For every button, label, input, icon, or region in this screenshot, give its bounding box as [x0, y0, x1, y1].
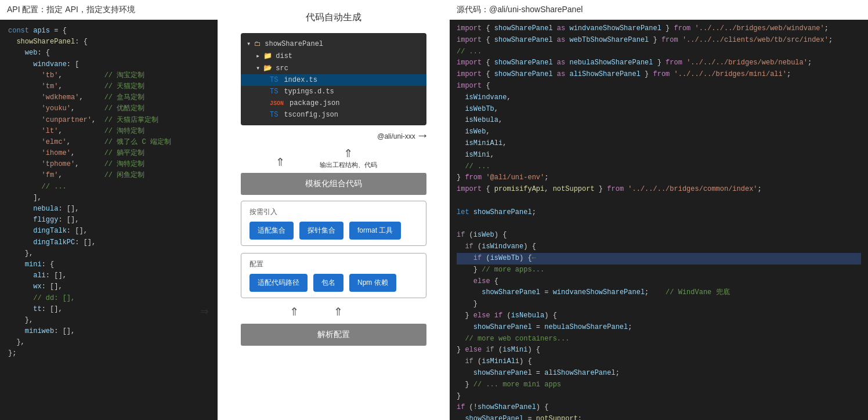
folder-icon: 🗀 — [254, 39, 261, 48]
file-tree-label: showSharePanel — [265, 40, 323, 48]
file-tree-box: ▾ 🗀 showSharePanel ▸ 📁 dist ▾ 📂 src TS i… — [241, 33, 426, 125]
on-demand-btn-row: 适配集合 探针集合 format 工具 — [249, 222, 418, 240]
main-container: API 配置：指定 API，指定支持环境 const apis = { show… — [0, 0, 868, 420]
up-arrow-icon-left: ⇑ — [276, 154, 285, 169]
btn-npm-deps[interactable]: Npm 依赖 — [349, 274, 396, 292]
at-label-row: @ali/uni-xxx → — [241, 129, 426, 143]
ts-icon-typings: TS — [270, 88, 278, 96]
right-title: 源代码：@ali/uni-showSharePanel — [450, 0, 868, 20]
template-bar: 模板化组合代码 — [241, 173, 426, 195]
file-tree-row-tsconfig[interactable]: TS tsconfig.json — [241, 109, 426, 121]
file-tree-label-typings: typings.d.ts — [284, 88, 334, 96]
right-panel: 源代码：@ali/uni-showSharePanel import { sho… — [450, 0, 868, 420]
btn-adapter-path[interactable]: 适配代码路径 — [249, 274, 308, 292]
arrow-up-left: ⇑ — [276, 154, 285, 169]
ts-icon: TS — [270, 76, 278, 84]
ts-icon-tsconfig: TS — [270, 111, 278, 119]
right-code-block: import { showSharePanel as windvaneShowS… — [450, 20, 868, 420]
file-tree-row-src[interactable]: ▾ 📂 src — [241, 62, 426, 74]
chevron-right-icon: ▸ — [256, 52, 260, 60]
down-arrow-icon-right: ⇑ — [334, 302, 343, 320]
down-arrow-icon-left: ⇑ — [290, 302, 299, 320]
arrow-up-right: ⇑ 输出工程结构、代码 — [320, 146, 377, 169]
json-icon: JSON — [270, 100, 284, 107]
on-demand-label: 按需引入 — [249, 207, 418, 217]
file-tree-label-dist: dist — [276, 52, 292, 60]
folder-dist-icon: 📁 — [263, 52, 272, 60]
down-arrows-row: ⇑ ⇑ — [223, 302, 409, 320]
chevron-down-icon: ▾ — [247, 39, 251, 48]
output-arrows-row: ⇑ ⇑ 输出工程结构、代码 — [241, 146, 426, 169]
left-panel: API 配置：指定 API，指定支持环境 const apis = { show… — [0, 0, 218, 420]
file-tree-label-package: package.json — [290, 99, 339, 107]
btn-format-tool[interactable]: format 工具 — [349, 222, 401, 240]
file-tree-label-index: index.ts — [284, 76, 317, 84]
config-box: 配置 适配代码路径 包名 Npm 依赖 — [241, 253, 426, 298]
file-tree-label-tsconfig: tsconfig.json — [284, 111, 338, 119]
file-tree-row-dist[interactable]: ▸ 📁 dist — [241, 50, 426, 62]
file-tree-row-index[interactable]: TS index.ts — [241, 74, 426, 86]
left-double-arrow-icon: ⇒ — [200, 303, 208, 320]
output-label: 输出工程结构、代码 — [320, 161, 377, 169]
btn-package-name[interactable]: 包名 — [313, 274, 343, 292]
middle-title: 代码自动生成 — [306, 12, 361, 24]
down-arrows-container: ⇒ ⇑ ⇑ — [223, 302, 444, 320]
file-tree-row-package[interactable]: JSON package.json — [241, 97, 426, 109]
right-arrow-icon: → — [419, 129, 426, 143]
left-title: API 配置：指定 API，指定支持环境 — [0, 0, 218, 20]
folder-src-icon: 📂 — [263, 64, 272, 73]
file-tree-row-typings[interactable]: TS typings.d.ts — [241, 86, 426, 97]
config-btn-row: 适配代码路径 包名 Npm 依赖 — [249, 274, 418, 292]
config-label: 配置 — [249, 259, 418, 269]
left-code-block: const apis = { showSharePanel: { web: { … — [0, 20, 218, 420]
file-tree-label-src: src — [276, 64, 288, 73]
at-label: @ali/uni-xxx — [377, 132, 415, 140]
file-tree-row-root[interactable]: ▾ 🗀 showSharePanel — [241, 38, 426, 50]
up-arrow-icon-right: ⇑ — [343, 146, 353, 161]
on-demand-box: 按需引入 适配集合 探针集合 format 工具 — [241, 201, 426, 246]
btn-probe-set[interactable]: 探针集合 — [299, 222, 343, 240]
chevron-down-icon-src: ▾ — [256, 64, 260, 73]
parse-bar: 解析配置 — [241, 324, 426, 346]
btn-adapter-set[interactable]: 适配集合 — [249, 222, 294, 240]
middle-panel: 代码自动生成 ▾ 🗀 showSharePanel ▸ 📁 dist ▾ 📂 s… — [218, 0, 450, 420]
